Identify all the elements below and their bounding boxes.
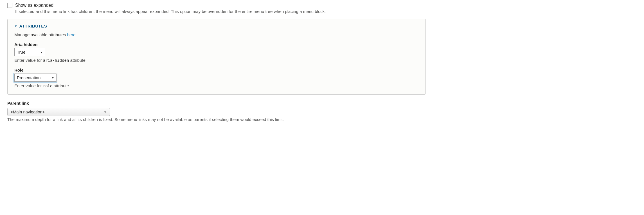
attributes-intro-suffix: . [76, 32, 77, 37]
attributes-intro-prefix: Manage available attributes [14, 32, 67, 37]
attributes-intro: Manage available attributes here. [14, 32, 419, 37]
show-as-expanded-label: Show as expanded [15, 3, 53, 8]
role-select[interactable]: Presentation [14, 74, 57, 82]
role-code: role [43, 84, 53, 88]
attributes-manage-link[interactable]: here [67, 32, 76, 37]
aria-hidden-code: aria-hidden [43, 58, 69, 63]
attributes-legend-text: ATTRIBUTES [19, 24, 47, 28]
show-as-expanded-checkbox[interactable] [7, 3, 12, 8]
parent-link-select[interactable]: <Main navigation> [7, 108, 110, 116]
aria-hidden-label: Aria hidden [14, 42, 419, 47]
attributes-fieldset: ▼ ATTRIBUTES Manage available attributes… [7, 19, 426, 95]
aria-hidden-select-wrapper: True ▼ [14, 48, 45, 56]
role-helper: Enter value for role attribute. [14, 83, 419, 88]
show-as-expanded-row[interactable]: Show as expanded [7, 3, 426, 8]
show-as-expanded-description: If selected and this menu link has child… [15, 9, 426, 14]
disclosure-triangle-icon: ▼ [14, 24, 17, 28]
attributes-legend-toggle[interactable]: ▼ ATTRIBUTES [14, 24, 419, 28]
parent-link-select-wrapper: <Main navigation> ▼ [7, 108, 110, 116]
parent-link-label: Parent link [7, 101, 426, 106]
parent-link-description: The maximum depth for a link and all its… [7, 117, 426, 122]
aria-hidden-select[interactable]: True [14, 48, 45, 56]
aria-hidden-helper: Enter value for aria-hidden attribute. [14, 58, 419, 63]
role-select-wrapper: Presentation ▼ [14, 74, 57, 82]
role-label: Role [14, 68, 419, 72]
